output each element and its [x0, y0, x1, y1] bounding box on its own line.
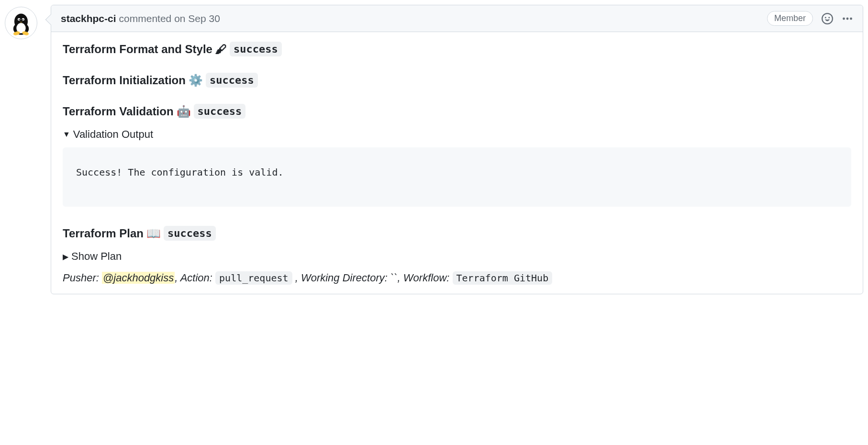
gear-icon: ⚙️	[189, 74, 203, 87]
status-validate: Terraform Validation 🤖 success	[63, 104, 851, 119]
status-badge: success	[194, 104, 246, 119]
role-badge: Member	[767, 11, 813, 26]
status-badge: success	[164, 226, 216, 241]
svg-point-11	[843, 17, 845, 20]
kebab-icon	[842, 13, 853, 24]
validation-details-toggle[interactable]: ▼ Validation Output	[63, 128, 851, 141]
timestamp: commented on Sep 30	[119, 13, 220, 24]
validation-output: Success! The configuration is valid.	[63, 147, 851, 207]
status-badge: success	[230, 42, 282, 56]
plan-details-toggle[interactable]: ▶ Show Plan	[63, 250, 851, 263]
validation-output-text: Success! The configuration is valid.	[76, 167, 838, 178]
status-init: Terraform Initialization ⚙️ success	[63, 73, 851, 88]
wd-value: ``	[390, 272, 398, 284]
status-plan: Terraform Plan 📖 success	[63, 226, 851, 241]
svg-point-10	[828, 17, 830, 18]
status-badge: success	[206, 73, 258, 88]
robot-icon: 🤖	[177, 105, 191, 118]
svg-point-12	[846, 17, 849, 20]
action-value: pull_request	[215, 271, 292, 285]
meta-line: Pusher: @jackhodgkiss, Action: pull_requ…	[63, 269, 851, 286]
svg-point-13	[850, 17, 852, 20]
svg-point-6	[22, 19, 23, 20]
comment: stackhpc-ci commented on Sep 30 Member	[5, 5, 863, 294]
comment-body: Terraform Format and Style 🖌 success Ter…	[51, 32, 863, 294]
author-link[interactable]: stackhpc-ci	[61, 13, 116, 24]
avatar[interactable]	[5, 7, 37, 39]
paintbrush-icon: 🖌	[215, 43, 227, 56]
tux-icon	[8, 10, 34, 36]
smiley-icon	[822, 13, 833, 24]
emoji-react-button[interactable]	[822, 13, 833, 24]
workflow-value: Terraform GitHub	[453, 271, 553, 285]
comment-box: stackhpc-ci commented on Sep 30 Member	[51, 5, 863, 294]
kebab-menu-button[interactable]	[842, 13, 853, 24]
svg-point-9	[825, 17, 826, 18]
comment-header: stackhpc-ci commented on Sep 30 Member	[51, 5, 863, 32]
chevron-right-icon: ▶	[63, 252, 68, 261]
book-icon: 📖	[146, 227, 161, 240]
status-format: Terraform Format and Style 🖌 success	[63, 42, 851, 56]
pusher-mention[interactable]: @jackhodgkiss	[102, 272, 175, 284]
svg-point-5	[19, 19, 20, 20]
chevron-down-icon: ▼	[63, 130, 70, 139]
